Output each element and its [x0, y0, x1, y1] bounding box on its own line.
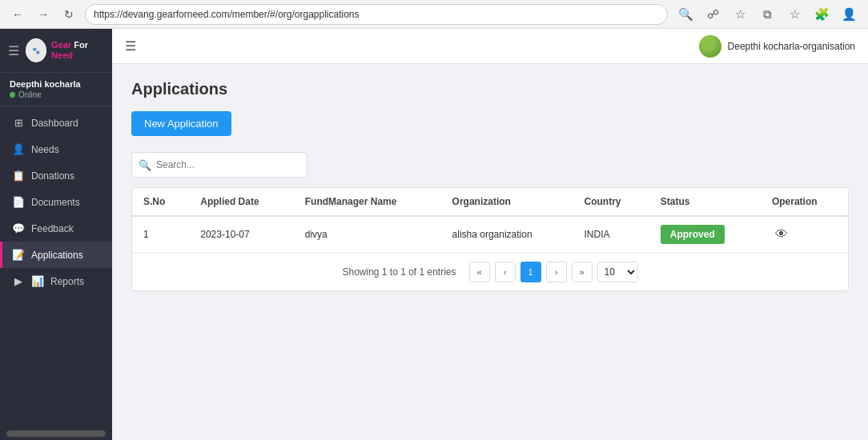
cell-fundmanager: divya: [294, 216, 441, 253]
main-content: ☰ Deepthi kocharla-organisation Applicat…: [112, 29, 868, 440]
topbar-hamburger-icon[interactable]: ☰: [125, 38, 136, 54]
applications-label: Applications: [31, 250, 83, 261]
pagination-first[interactable]: «: [469, 262, 490, 282]
pagination-info: Showing 1 to 1 of 1 entries: [342, 266, 456, 278]
page-content: Applications New Application 🔍 S.No Appl…: [112, 64, 868, 440]
user-info: Deepthi kocharla Online: [0, 73, 112, 106]
logo-need: Need: [51, 50, 73, 60]
back-button[interactable]: ←: [8, 5, 27, 24]
user-avatar: [699, 35, 721, 58]
reports-icon: ▶: [12, 275, 25, 287]
col-operation: Operation: [761, 188, 848, 216]
table-row: 1 2023-10-07 divya alisha organization I…: [132, 216, 848, 253]
search-icon: 🔍: [139, 159, 151, 171]
page-title: Applications: [131, 80, 849, 98]
logo-for: For: [71, 40, 88, 50]
url-text: https://devang.gearforneed.com/member/#/…: [94, 9, 659, 20]
search-bar: 🔍: [131, 152, 307, 178]
cell-status: Approved: [649, 216, 761, 253]
table-header-row: S.No Applied Date FundManager Name Organ…: [132, 188, 848, 216]
documents-icon: 📄: [12, 196, 25, 208]
browser-favorites-icon[interactable]: ☆: [783, 3, 806, 26]
cell-sno: 1: [132, 216, 189, 253]
browser-profile-icon[interactable]: 👤: [838, 3, 860, 26]
scroll-indicator: [6, 430, 106, 437]
logo-initials: 🐾: [26, 39, 46, 62]
dashboard-icon: ⊞: [12, 117, 25, 129]
browser-extensions-icon[interactable]: 🧩: [810, 3, 833, 26]
pagination-bar: Showing 1 to 1 of 1 entries « ‹ 1 › » 10…: [132, 253, 848, 290]
feedback-icon: 💬: [12, 222, 25, 234]
sidebar-item-documents[interactable]: 📄 Documents: [0, 189, 112, 215]
sidebar-header: ☰ 🐾 Gear For Need: [0, 29, 112, 73]
pagination-prev[interactable]: ‹: [495, 262, 516, 282]
sidebar-item-needs[interactable]: 👤 Needs: [0, 136, 112, 162]
avatar-image: [699, 35, 721, 58]
reports-chart-icon: 📊: [31, 275, 44, 287]
sidebar-item-donations[interactable]: 📋 Donations: [0, 162, 112, 189]
feedback-label: Feedback: [31, 223, 74, 234]
reports-label: Reports: [50, 276, 84, 287]
topbar-username: Deepthi kocharla-organisation: [728, 41, 855, 52]
cell-operation: 👁: [761, 216, 848, 253]
pagination-page-1[interactable]: 1: [520, 262, 541, 282]
table-body: 1 2023-10-07 divya alisha organization I…: [132, 216, 848, 253]
sidebar: ☰ 🐾 Gear For Need Deepthi kocharla Onlin…: [0, 29, 112, 440]
browser-icons: 🔍 ☍ ☆ ⧉ ☆ 🧩 👤: [674, 3, 860, 26]
browser-search-icon[interactable]: 🔍: [674, 3, 697, 26]
sidebar-username: Deepthi kocharla: [10, 79, 102, 89]
sidebar-item-feedback[interactable]: 💬 Feedback: [0, 215, 112, 242]
applications-table-container: S.No Applied Date FundManager Name Organ…: [131, 187, 849, 291]
col-fundmanager: FundManager Name: [294, 188, 441, 216]
pagination-next[interactable]: ›: [546, 262, 567, 282]
col-sno: S.No: [132, 188, 189, 216]
sidebar-item-applications[interactable]: 📝 Applications: [0, 242, 112, 268]
pagination-last[interactable]: »: [572, 262, 593, 282]
applications-icon: 📝: [12, 249, 25, 261]
browser-reader-icon[interactable]: ☍: [701, 3, 724, 26]
url-bar[interactable]: https://devang.gearforneed.com/member/#/…: [85, 4, 668, 25]
sidebar-item-dashboard[interactable]: ⊞ Dashboard: [0, 110, 112, 136]
needs-label: Needs: [31, 144, 59, 155]
browser-bar: ← → ↻ https://devang.gearforneed.com/mem…: [0, 0, 868, 29]
topbar-right: Deepthi kocharla-organisation: [699, 35, 855, 58]
col-status: Status: [649, 188, 761, 216]
logo-area: 🐾 Gear For Need: [26, 38, 104, 62]
col-organization: Organization: [441, 188, 573, 216]
cell-country: INDIA: [573, 216, 649, 253]
table-header: S.No Applied Date FundManager Name Organ…: [132, 188, 848, 216]
cell-organization: alisha organization: [441, 216, 573, 253]
user-status-row: Online: [10, 90, 102, 99]
col-applied-date: Applied Date: [189, 188, 294, 216]
donations-icon: 📋: [12, 170, 25, 182]
pagination-per-page[interactable]: 10 25 50 100: [597, 262, 638, 282]
col-country: Country: [573, 188, 649, 216]
donations-label: Donations: [31, 170, 74, 182]
logo-text: Gear For Need: [51, 40, 104, 61]
view-button[interactable]: 👁: [772, 226, 791, 243]
sidebar-menu-icon[interactable]: ☰: [8, 43, 19, 58]
refresh-button[interactable]: ↻: [59, 5, 78, 24]
dashboard-label: Dashboard: [31, 118, 78, 129]
browser-split-icon[interactable]: ⧉: [756, 3, 778, 26]
forward-button[interactable]: →: [34, 5, 53, 24]
cell-applied-date: 2023-10-07: [189, 216, 294, 253]
sidebar-nav: ⊞ Dashboard 👤 Needs 📋 Donations 📄 Docume…: [0, 106, 112, 427]
status-text: Online: [18, 90, 42, 99]
needs-icon: 👤: [12, 143, 25, 155]
logo-gear: Gear: [51, 40, 71, 50]
sidebar-item-reports[interactable]: ▶ 📊 Reports: [0, 268, 112, 294]
status-badge: Approved: [661, 225, 725, 244]
browser-star-icon[interactable]: ☆: [729, 3, 751, 26]
documents-label: Documents: [31, 197, 80, 208]
online-status-dot: [10, 92, 15, 98]
top-bar: ☰ Deepthi kocharla-organisation: [112, 29, 868, 64]
new-application-button[interactable]: New Application: [131, 111, 231, 136]
logo-circle: 🐾: [26, 38, 46, 62]
search-input[interactable]: [156, 159, 300, 170]
app-container: ☰ 🐾 Gear For Need Deepthi kocharla Onlin…: [0, 29, 868, 440]
applications-table: S.No Applied Date FundManager Name Organ…: [132, 188, 848, 253]
